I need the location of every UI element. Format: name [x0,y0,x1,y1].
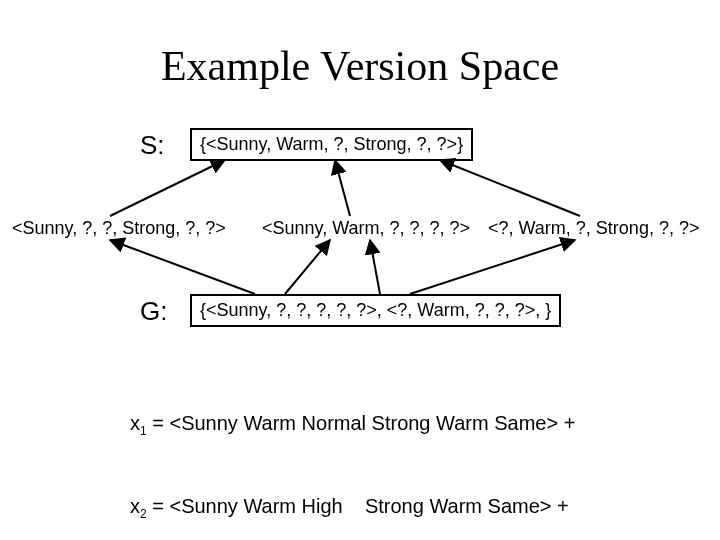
svg-line-0 [110,160,225,216]
label-s: S: [140,130,165,161]
hypothesis-1: <Sunny, ?, ?, Strong, ?, ?> [12,218,226,239]
svg-line-2 [440,160,580,216]
slide: Example Version Space S: {<Sunny, Warm, … [0,0,720,540]
s-boundary-box: {<Sunny, Warm, ?, Strong, ?, ?>} [190,128,473,161]
hypothesis-2: <Sunny, Warm, ?, ?, ?, ?> [262,218,470,239]
svg-line-4 [285,240,330,294]
g-boundary-box: {<Sunny, ?, ?, ?, ?, ?>, <?, Warm, ?, ?,… [190,294,561,327]
example-row: x2 = <Sunny Warm High Strong Warm Same> … [130,493,586,522]
training-examples: x1 = <Sunny Warm Normal Strong Warm Same… [130,356,586,540]
label-g: G: [140,296,167,327]
svg-line-6 [410,240,575,294]
slide-title: Example Version Space [0,42,720,90]
svg-line-5 [370,240,380,294]
svg-line-3 [110,240,255,294]
svg-line-1 [335,160,350,216]
example-row: x1 = <Sunny Warm Normal Strong Warm Same… [130,410,586,439]
hypothesis-3: <?, Warm, ?, Strong, ?, ?> [488,218,699,239]
